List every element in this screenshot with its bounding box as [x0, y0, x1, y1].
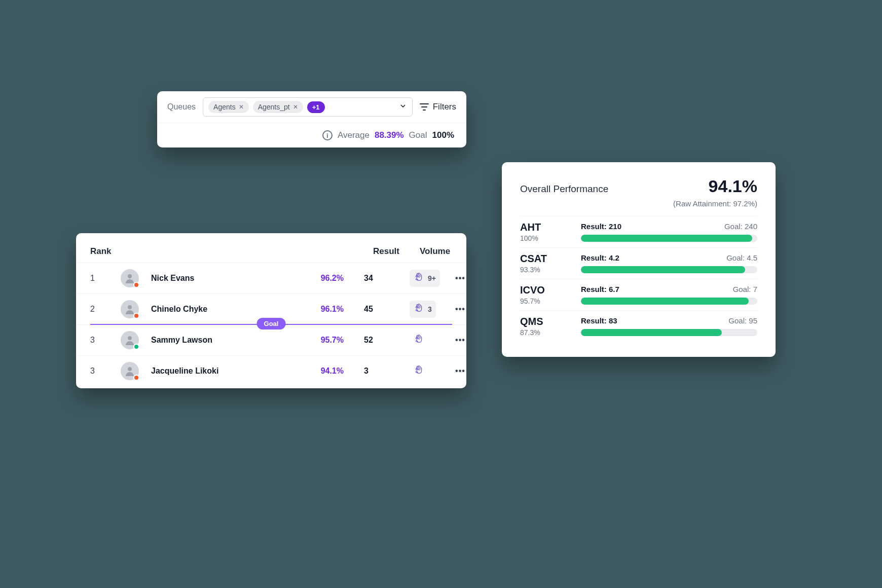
metric-label: ICVO — [520, 284, 576, 296]
performance-header: Overall Performance 94.1% — [520, 176, 757, 196]
performance-card: Overall Performance 94.1% (Raw Attainmen… — [502, 162, 776, 357]
status-dot — [133, 282, 139, 288]
result-value: 96.1% — [293, 305, 354, 314]
overflow-chip[interactable]: +1 — [307, 101, 325, 113]
performance-score: 94.1% — [709, 176, 757, 196]
header-rank: Rank — [90, 246, 293, 256]
progress-bar — [581, 329, 757, 336]
volume-value: 34 — [354, 274, 410, 283]
status-dot — [133, 375, 139, 381]
avatar[interactable] — [121, 331, 139, 349]
agent-name[interactable]: Jacqueline Likoki — [151, 366, 293, 376]
performance-title: Overall Performance — [520, 183, 608, 195]
clap-icon — [414, 303, 425, 316]
filters-label: Filters — [433, 102, 456, 112]
goal-label: Goal — [409, 130, 427, 140]
clap-count: 9+ — [428, 274, 436, 282]
rank-number: 2 — [90, 305, 121, 314]
metric-percent: 87.3% — [520, 328, 576, 337]
average-value: 88.39% — [375, 130, 404, 140]
clap-icon — [414, 334, 425, 347]
header-result: Result — [354, 246, 410, 256]
stats-row: i Average 88.39% Goal 100% — [157, 123, 466, 148]
queue-chip[interactable]: Agents ✕ — [208, 101, 249, 113]
clap-count: 3 — [428, 305, 432, 313]
queue-chip[interactable]: Agents_pt ✕ — [253, 101, 303, 113]
svg-point-3 — [128, 367, 132, 371]
metric-percent: 95.7% — [520, 297, 576, 305]
close-icon[interactable]: ✕ — [293, 103, 298, 111]
clap-button[interactable]: 9+ — [410, 270, 440, 287]
metric-result: Result: 4.2 — [581, 253, 619, 262]
more-button[interactable]: ••• — [450, 305, 470, 314]
chevron-down-icon[interactable] — [399, 102, 407, 112]
volume-value: 3 — [354, 366, 410, 376]
rank-card: Rank Result Volume 1 Nick Evans 96.2% 34… — [76, 233, 466, 388]
queue-chip-label: Agents_pt — [258, 103, 290, 111]
goal-pill: Goal — [257, 318, 286, 329]
volume-value: 45 — [354, 305, 410, 314]
rank-number: 1 — [90, 274, 121, 283]
agent-name[interactable]: Nick Evans — [151, 274, 293, 283]
rank-number: 3 — [90, 366, 121, 376]
progress-fill — [581, 298, 749, 305]
agent-name[interactable]: Sammy Lawson — [151, 336, 293, 345]
metric-goal: Goal: 7 — [733, 285, 757, 293]
status-dot — [133, 313, 139, 319]
svg-point-1 — [128, 305, 132, 309]
volume-value: 52 — [354, 336, 410, 345]
progress-bar — [581, 298, 757, 305]
table-row[interactable]: 1 Nick Evans 96.2% 34 9+ ••• — [76, 263, 466, 293]
metric-goal: Goal: 240 — [724, 222, 757, 231]
status-dot — [133, 344, 139, 350]
goal-value: 100% — [432, 130, 454, 140]
metric-row: QMS 87.3% Result: 83 Goal: 95 — [520, 310, 757, 342]
avatar[interactable] — [121, 300, 139, 318]
result-value: 94.1% — [293, 366, 354, 376]
average-label: Average — [338, 130, 370, 140]
filters-button[interactable]: Filters — [420, 102, 456, 112]
metric-label: CSAT — [520, 253, 576, 265]
metric-percent: 100% — [520, 234, 576, 242]
metric-label: AHT — [520, 222, 576, 233]
queue-chip-label: Agents — [213, 103, 236, 111]
metric-goal: Goal: 4.5 — [726, 253, 757, 262]
metric-goal: Goal: 95 — [728, 316, 757, 325]
clap-button[interactable] — [410, 362, 429, 380]
progress-fill — [581, 235, 752, 242]
metric-row: AHT 100% Result: 210 Goal: 240 — [520, 216, 757, 247]
info-icon[interactable]: i — [322, 130, 333, 140]
metric-row: CSAT 93.3% Result: 4.2 Goal: 4.5 — [520, 247, 757, 279]
more-button[interactable]: ••• — [450, 366, 470, 376]
filter-card: Queues Agents ✕ Agents_pt ✕ +1 Filters i… — [157, 91, 466, 148]
avatar[interactable] — [121, 269, 139, 287]
header-volume: Volume — [410, 246, 450, 256]
table-row[interactable]: 3 Jacqueline Likoki 94.1% 3 ••• — [76, 355, 466, 386]
metric-percent: 93.3% — [520, 266, 576, 274]
queues-label: Queues — [167, 102, 196, 112]
rank-header: Rank Result Volume — [76, 237, 466, 263]
clap-button[interactable] — [410, 332, 429, 349]
result-value: 95.7% — [293, 336, 354, 345]
clap-icon — [414, 364, 425, 378]
filter-row: Queues Agents ✕ Agents_pt ✕ +1 Filters — [157, 91, 466, 123]
metric-result: Result: 6.7 — [581, 285, 619, 293]
metric-label: QMS — [520, 316, 576, 327]
result-value: 96.2% — [293, 274, 354, 283]
avatar[interactable] — [121, 362, 139, 380]
more-button[interactable]: ••• — [450, 274, 470, 283]
rank-number: 3 — [90, 336, 121, 345]
svg-point-2 — [128, 336, 132, 340]
clap-icon — [414, 272, 425, 285]
clap-button[interactable]: 3 — [410, 301, 436, 318]
metric-result: Result: 83 — [581, 316, 617, 325]
more-button[interactable]: ••• — [450, 336, 470, 345]
progress-fill — [581, 266, 745, 273]
close-icon[interactable]: ✕ — [239, 103, 244, 111]
progress-bar — [581, 266, 757, 273]
filter-icon — [420, 103, 429, 111]
progress-fill — [581, 329, 722, 336]
progress-bar — [581, 235, 757, 242]
agent-name[interactable]: Chinelo Chyke — [151, 305, 293, 314]
queues-select[interactable]: Agents ✕ Agents_pt ✕ +1 — [203, 97, 413, 117]
